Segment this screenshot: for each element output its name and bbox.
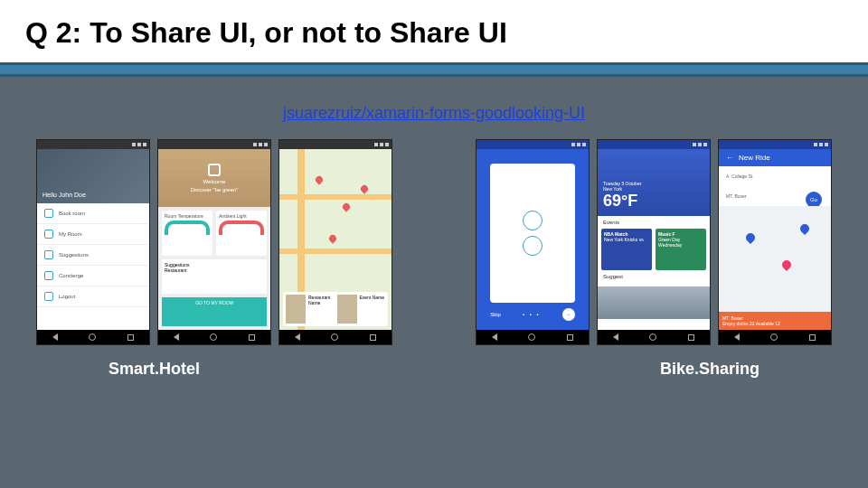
- card-title: Ambient Light: [219, 213, 264, 219]
- menu-list: Book room My Room Suggestions Concierge …: [37, 203, 149, 330]
- card-title: Room Temperature: [165, 213, 210, 219]
- android-nav-bar: [476, 330, 589, 344]
- back-icon[interactable]: [734, 333, 740, 341]
- thumb-image: [337, 295, 357, 324]
- restaurant-label: Restaurant: [165, 267, 186, 273]
- list-item[interactable]: Logout: [37, 286, 149, 307]
- bed-icon: [44, 209, 53, 218]
- map-bottom-card[interactable]: Restaurant Name Event Name: [283, 292, 388, 326]
- bulb-icon: [44, 250, 53, 259]
- home-icon[interactable]: [649, 333, 656, 341]
- back-icon[interactable]: [492, 333, 497, 341]
- item-label: My Room: [59, 231, 82, 237]
- back-icon[interactable]: [174, 333, 179, 341]
- bell-icon: [44, 271, 53, 280]
- to-value: MT. Boxer: [726, 193, 747, 199]
- logout-icon: [44, 292, 53, 301]
- android-status-bar: [158, 140, 270, 149]
- door-icon: [44, 230, 53, 239]
- caption-right: Bike.Sharing: [660, 360, 760, 379]
- suggestions-card: SuggestionsRestaurant: [162, 259, 267, 294]
- recents-icon[interactable]: [567, 334, 573, 341]
- recents-icon[interactable]: [809, 334, 816, 341]
- slide: Q 2: To Share UI, or not to Share UI jsu…: [0, 0, 868, 488]
- weather-hero: Tuesday 5 October New York 69°F: [598, 149, 710, 216]
- list-item[interactable]: Book room: [37, 203, 149, 224]
- recents-icon[interactable]: [688, 334, 694, 341]
- captions-row: Smart.Hotel Bike.Sharing: [0, 345, 868, 379]
- to-field[interactable]: MT. Boxer Go: [722, 190, 827, 202]
- temperature-value: 69°F: [603, 192, 704, 211]
- card-grid: Room Temperature Ambient Light Suggestio…: [158, 207, 270, 330]
- list-item[interactable]: Suggestions: [37, 245, 149, 266]
- android-status-bar: [598, 140, 710, 149]
- event-sub: Green Day Wednesday: [658, 237, 682, 248]
- list-item[interactable]: My Room: [37, 224, 149, 245]
- screen: Restaurant Name Event Name: [279, 149, 392, 330]
- home-icon[interactable]: [331, 333, 338, 341]
- event-sub: New York Knicks vs: [604, 237, 644, 242]
- suggest-image[interactable]: [598, 286, 710, 319]
- card-title: Restaurant Name: [308, 295, 330, 305]
- screen: Hello John Doe Book room My Room Suggest…: [37, 149, 149, 330]
- repo-link[interactable]: jsuarezruiz/xamarin-forms-goodlooking-UI: [283, 104, 585, 122]
- android-nav-bar: [279, 330, 392, 344]
- group-bikesharing: Skip • • • → Tuesday 5 October New York …: [476, 139, 832, 345]
- link-row: jsuarezruiz/xamarin-forms-goodlooking-UI: [0, 77, 868, 139]
- map-pin-icon[interactable]: [341, 202, 351, 211]
- home-icon[interactable]: [770, 333, 778, 341]
- home-icon[interactable]: [89, 333, 96, 341]
- recents-icon[interactable]: [249, 334, 255, 341]
- light-card[interactable]: Ambient Light: [216, 211, 267, 256]
- header-title: New Ride: [739, 154, 770, 162]
- recents-icon[interactable]: [370, 334, 376, 341]
- slide-title: Q 2: To Share UI, or not to Share UI: [25, 16, 843, 50]
- map-pin-icon[interactable]: [744, 231, 757, 244]
- map-pin-icon[interactable]: [780, 258, 793, 271]
- hero-greeting: Hello John Doe: [37, 149, 149, 203]
- go-room-button[interactable]: GO TO MY ROOM: [162, 297, 267, 326]
- back-icon[interactable]: [52, 333, 58, 341]
- discover-label: Discover "be green": [191, 187, 239, 192]
- android-status-bar: [37, 140, 149, 149]
- list-item[interactable]: Concierge: [37, 266, 149, 286]
- map-pin-icon[interactable]: [798, 222, 811, 235]
- back-icon[interactable]: [613, 333, 618, 341]
- event-card[interactable]: Music FGreen Day Wednesday: [656, 229, 706, 270]
- skip-button[interactable]: Skip: [490, 312, 501, 317]
- phone-smarthotel-map: Restaurant Name Event Name: [278, 139, 392, 345]
- map-pin-icon[interactable]: [314, 174, 324, 184]
- group-smarthotel: Hello John Doe Book room My Room Suggest…: [36, 139, 392, 345]
- title-bar: Q 2: To Share UI, or not to Share UI: [0, 0, 868, 62]
- phone-bike-ride: ← New Ride A. College St. MT. Boxer Go: [718, 139, 832, 345]
- android-nav-bar: [598, 330, 710, 344]
- logo-icon: [208, 164, 221, 176]
- item-label: Logout: [59, 294, 75, 299]
- map-view[interactable]: [719, 206, 831, 312]
- android-status-bar: [719, 140, 831, 149]
- onboarding-card: [490, 164, 575, 303]
- home-icon[interactable]: [528, 333, 535, 341]
- phones-row: Hello John Doe Book room My Room Suggest…: [0, 139, 868, 345]
- back-icon[interactable]: [295, 333, 300, 341]
- from-field[interactable]: A. College St.: [722, 170, 827, 183]
- item-label: Suggestions: [59, 252, 89, 258]
- recents-icon[interactable]: [127, 334, 134, 341]
- onboarding-controls: Skip • • • →: [490, 308, 575, 321]
- home-icon[interactable]: [210, 333, 217, 341]
- back-arrow-icon[interactable]: ←: [726, 154, 733, 162]
- screen: Skip • • • →: [476, 149, 589, 330]
- next-button[interactable]: →: [562, 308, 575, 321]
- event-card[interactable]: NBA MatchNew York Knicks vs: [601, 229, 652, 270]
- map-pin-icon[interactable]: [359, 183, 369, 193]
- ride-footer: MT. Boxer Empty docks 22 Available 12: [719, 312, 831, 330]
- android-status-bar: [476, 140, 589, 149]
- face-icon: [523, 211, 542, 230]
- item-label: Book room: [59, 211, 85, 216]
- temperature-card[interactable]: Room Temperature: [162, 211, 212, 256]
- suggest-section-label: Suggest: [598, 270, 710, 283]
- map-view[interactable]: Restaurant Name Event Name: [279, 149, 392, 330]
- map-pin-icon[interactable]: [327, 233, 337, 243]
- android-status-bar: [279, 140, 392, 149]
- events-section-label: Events: [598, 216, 710, 229]
